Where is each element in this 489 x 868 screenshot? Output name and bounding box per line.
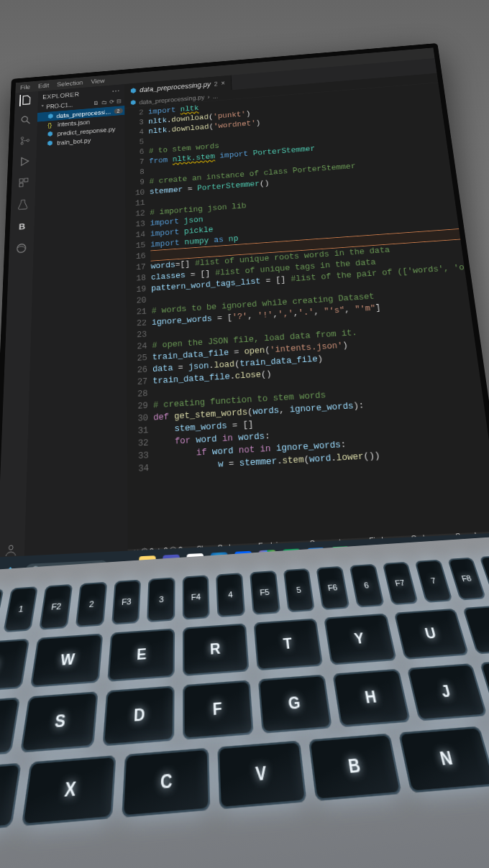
keyboard-key: X: [22, 755, 116, 826]
close-icon[interactable]: ×: [221, 79, 225, 87]
svg-rect-6: [24, 178, 28, 182]
python-file-icon: ⬢: [47, 130, 55, 138]
explorer-more-icon[interactable]: ⋯: [111, 86, 120, 96]
file-name: train_bot.py: [57, 137, 91, 146]
keyboard-key: C: [122, 748, 210, 818]
keyboard-key: 6: [349, 564, 385, 608]
keyboard-key: F: [183, 680, 254, 739]
svg-rect-5: [19, 179, 23, 183]
new-file-icon[interactable]: 🗎: [93, 100, 99, 106]
file-badge: 2: [114, 108, 122, 114]
chevron-down-icon: ˅: [41, 104, 44, 110]
keyboard-key: J: [406, 663, 487, 721]
keyboard-key: F8: [447, 558, 487, 601]
bold-b-icon[interactable]: B: [15, 219, 29, 233]
search-icon[interactable]: [19, 114, 32, 126]
json-file-icon: {}: [47, 121, 55, 129]
keyboard-key: F4: [183, 575, 211, 619]
keyboard-key: F7: [382, 562, 419, 606]
keyboard-key: W: [30, 634, 103, 688]
keyboard-key: G: [258, 675, 332, 734]
testing-icon[interactable]: [16, 198, 29, 211]
explorer-title: EXPLORER: [42, 91, 79, 101]
svg-point-3: [21, 142, 23, 144]
keyboard-key: H: [333, 669, 411, 727]
chevron-right-icon: ›: [207, 93, 209, 100]
refresh-icon[interactable]: ⟳: [109, 98, 114, 105]
svg-point-9: [9, 545, 13, 550]
keyboard-key: U: [393, 609, 469, 660]
menu-file[interactable]: File: [20, 83, 30, 91]
edge-icon[interactable]: [14, 241, 28, 255]
keyboard-key: E: [107, 628, 175, 681]
svg-point-0: [22, 116, 27, 122]
keyboard-key: Z: [0, 763, 22, 835]
keyboard-key: F6: [316, 566, 350, 610]
tab-badge: 2: [214, 80, 218, 86]
svg-point-4: [27, 139, 29, 142]
code-editor[interactable]: 2345678910111213141516171819202122232425…: [124, 83, 489, 549]
breadcrumb-rest: ...: [213, 93, 219, 100]
keyboard-key: T: [254, 618, 324, 670]
keyboard-key: Q: [0, 639, 30, 693]
keyboard-key: R: [183, 623, 250, 676]
editor-area: ⬢ data_preprocessing.py 2 × ⬢ data_prepr…: [124, 58, 489, 581]
code-lines[interactable]: import nltknltk.download('punkt')nltk.do…: [148, 83, 489, 548]
keyboard-key: F5: [250, 571, 280, 615]
svg-point-2: [21, 137, 23, 139]
python-file-icon: ⬢: [47, 139, 54, 147]
svg-point-8: [17, 244, 26, 252]
keyboard-key: 7: [415, 560, 453, 603]
keyboard-key: S: [20, 691, 98, 752]
laptop-keyboard: F11F22F33F44F55F66F77F88QWERTYUIASDFGHJK…: [0, 536, 489, 868]
python-file-icon: ⬢: [130, 99, 136, 106]
keyboard-key: F1: [0, 588, 4, 635]
explorer-sidebar: EXPLORER ⋯ ˅ PRO-C1... 🗎 🗀 ⟳ ⊟ ⬢: [24, 84, 128, 586]
new-folder-icon[interactable]: 🗀: [101, 99, 107, 106]
python-file-icon: ⬢: [130, 87, 136, 95]
extensions-icon[interactable]: [17, 176, 30, 190]
menu-selection[interactable]: Selection: [57, 79, 83, 88]
keyboard-key: Y: [324, 614, 396, 665]
keyboard-key: F3: [111, 580, 142, 625]
python-file-icon: ⬢: [47, 113, 53, 120]
svg-rect-7: [19, 183, 23, 187]
keyboard-key: V: [217, 741, 307, 810]
keyboard-key: 4: [216, 573, 245, 617]
keyboard-key: 2: [76, 582, 107, 627]
files-icon[interactable]: [19, 94, 32, 106]
vscode-window: File Edit Selection View B: [0, 43, 489, 594]
source-control-icon[interactable]: [19, 134, 32, 147]
keyboard-key: A: [0, 697, 20, 759]
keyboard-key: B: [309, 734, 402, 801]
menu-edit[interactable]: Edit: [38, 82, 49, 89]
svg-line-1: [27, 121, 29, 124]
file-list: ⬢ data_preprocessi... 2 {} intents.json …: [37, 105, 125, 150]
keyboard-key: D: [102, 685, 174, 746]
keyboard-key: 5: [283, 568, 315, 613]
keyboard-key: 1: [3, 586, 38, 632]
menu-view[interactable]: View: [91, 78, 104, 85]
collapse-icon[interactable]: ⊟: [116, 98, 122, 104]
run-debug-icon[interactable]: [18, 154, 32, 167]
keyboard-key: N: [398, 726, 489, 793]
keyboard-key: F2: [39, 584, 73, 630]
keyboard-key: 3: [147, 577, 175, 622]
